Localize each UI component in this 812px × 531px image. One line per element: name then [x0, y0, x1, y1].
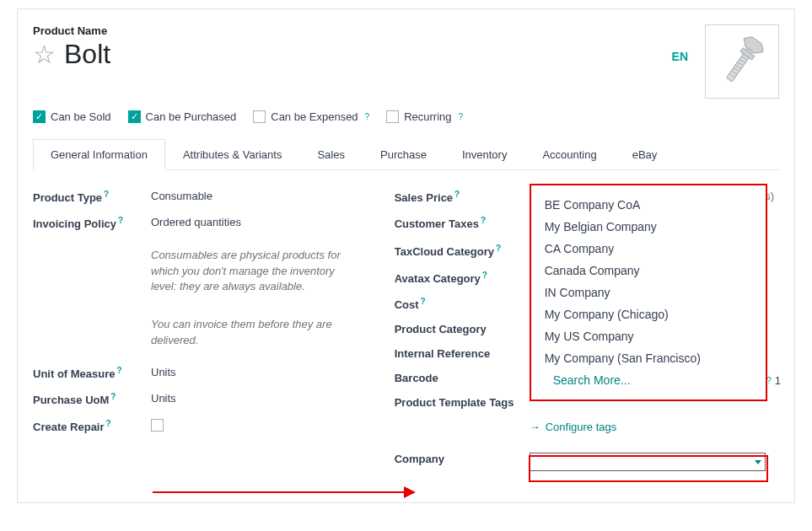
dropdown-item[interactable]: Canada Company	[531, 260, 766, 282]
help-icon[interactable]: ?	[106, 419, 111, 428]
tab-general-information[interactable]: General Information	[33, 139, 165, 170]
tab-purchase[interactable]: Purchase	[363, 139, 444, 170]
option-flags-row: ✓ Can be Sold ✓ Can be Purchased Can be …	[33, 110, 779, 123]
flag-label: Can be Sold	[51, 110, 111, 123]
purchase-uom-value[interactable]: Units	[151, 392, 361, 405]
extra-indicator: ? 1	[765, 374, 781, 387]
help-icon[interactable]: ?	[766, 376, 772, 385]
help-icon[interactable]: ?	[365, 112, 370, 121]
barcode-label: Barcode	[395, 372, 530, 384]
form-grid: Product Type? Consumable Invoicing Polic…	[33, 184, 779, 477]
help-icon[interactable]: ?	[454, 190, 460, 199]
header-row: Product Name ☆ Bolt EN	[33, 24, 779, 99]
product-form-panel: Product Name ☆ Bolt EN	[17, 8, 795, 503]
company-dropdown: BE Company CoA My Belgian Company CA Com…	[530, 184, 767, 401]
cost-label: Cost	[395, 298, 419, 311]
form-right-column: Sales Price? $0.50 (= $ 0.58 Incl. Taxes…	[395, 184, 779, 477]
language-badge[interactable]: EN	[672, 50, 688, 63]
tab-accounting[interactable]: Accounting	[524, 139, 614, 170]
favorite-star-icon[interactable]: ☆	[33, 42, 56, 67]
extra-number: 1	[775, 374, 781, 387]
product-type-label: Product Type	[33, 191, 102, 204]
help-icon[interactable]: ?	[118, 216, 123, 225]
dropdown-item[interactable]: My US Company	[531, 325, 766, 347]
purchase-uom-label: Purchase UoM	[33, 394, 109, 407]
tab-attributes-variants[interactable]: Attributes & Variants	[165, 139, 300, 170]
flag-can-be-expensed[interactable]: Can be Expensed ?	[253, 110, 369, 123]
arrow-right-icon	[404, 486, 416, 498]
dropdown-item[interactable]: My Company (Chicago)	[531, 303, 766, 325]
page-root: Product Name ☆ Bolt EN	[0, 0, 812, 503]
help-icon[interactable]: ?	[110, 392, 116, 401]
flag-label: Can be Expensed	[271, 110, 358, 123]
dropdown-item[interactable]: My Belgian Company	[531, 216, 766, 238]
customer-taxes-label: Customer Taxes	[395, 218, 479, 231]
checkbox-icon: ✓	[128, 110, 141, 123]
invoicing-policy-value[interactable]: Ordered quantities	[151, 216, 361, 228]
helper-text-1: Consumables are physical products for wh…	[151, 243, 361, 301]
flag-can-be-sold[interactable]: ✓ Can be Sold	[33, 110, 111, 123]
help-icon[interactable]: ?	[482, 271, 487, 280]
checkbox-icon	[253, 110, 266, 123]
taxcloud-label: TaxCloud Category	[395, 246, 494, 259]
tabs-bar: General Information Attributes & Variant…	[33, 138, 779, 170]
product-name-label: Product Name	[33, 24, 672, 37]
create-repair-label: Create Repair	[33, 421, 105, 433]
create-repair-checkbox[interactable]	[151, 419, 164, 432]
flag-label: Recurring	[404, 110, 451, 123]
uom-value[interactable]: Units	[151, 366, 361, 378]
company-label: Company	[395, 453, 530, 465]
uom-label: Unit of Measure	[33, 367, 116, 380]
tab-sales[interactable]: Sales	[299, 139, 363, 170]
annotation-arrow	[153, 485, 414, 499]
bolt-icon	[713, 32, 772, 91]
template-tags-label: Product Template Tags	[395, 396, 530, 409]
product-type-value[interactable]: Consumable	[151, 190, 361, 202]
internal-ref-label: Internal Reference	[395, 347, 530, 360]
product-image[interactable]	[705, 24, 779, 99]
dropdown-search-more[interactable]: Search More...	[531, 369, 766, 391]
help-icon[interactable]: ?	[421, 297, 426, 306]
flag-label: Can be Purchased	[146, 110, 237, 123]
help-icon[interactable]: ?	[104, 190, 109, 199]
company-select[interactable]	[530, 453, 766, 471]
flag-recurring[interactable]: Recurring ?	[386, 110, 463, 123]
arrow-right-icon: →	[530, 421, 540, 433]
checkbox-icon	[386, 110, 399, 123]
invoicing-policy-label: Invoicing Policy	[33, 218, 116, 231]
tab-inventory[interactable]: Inventory	[444, 139, 524, 170]
product-category-label: Product Category	[395, 323, 530, 335]
help-icon[interactable]: ?	[117, 366, 122, 375]
product-name-value[interactable]: Bolt	[64, 39, 110, 70]
configure-tags-label: Configure tags	[546, 421, 617, 433]
help-icon[interactable]: ?	[459, 112, 464, 121]
help-icon[interactable]: ?	[496, 244, 501, 253]
dropdown-item[interactable]: BE Company CoA	[531, 194, 766, 216]
tab-ebay[interactable]: eBay	[615, 139, 675, 170]
help-icon[interactable]: ?	[481, 216, 486, 225]
avatax-label: Avatax Category	[395, 272, 481, 285]
flag-can-be-purchased[interactable]: ✓ Can be Purchased	[128, 110, 237, 123]
helper-text-2: You can invoice them before they are del…	[151, 312, 361, 354]
checkbox-icon: ✓	[33, 110, 46, 123]
form-left-column: Product Type? Consumable Invoicing Polic…	[33, 184, 361, 477]
dropdown-item[interactable]: IN Company	[531, 282, 766, 303]
configure-tags-link[interactable]: → Configure tags	[530, 421, 617, 433]
dropdown-item[interactable]: My Company (San Francisco)	[531, 347, 766, 369]
dropdown-item[interactable]: CA Company	[531, 238, 766, 260]
sales-price-label: Sales Price	[395, 191, 453, 204]
